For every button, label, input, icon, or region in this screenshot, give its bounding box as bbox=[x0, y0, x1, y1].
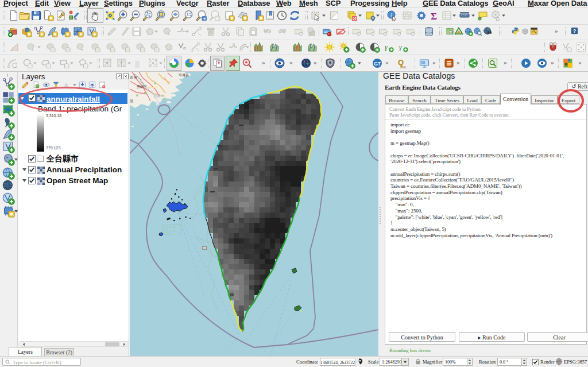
svg-text:GT: GT bbox=[374, 61, 381, 67]
svg-text:a: a bbox=[75, 17, 77, 21]
svg-text:γ: γ bbox=[399, 43, 402, 51]
svg-text:秀屿区: 秀屿区 bbox=[137, 84, 147, 89]
svg-text:hub: hub bbox=[400, 65, 407, 69]
svg-text:1:1: 1:1 bbox=[187, 12, 192, 16]
svg-text:田市: 田市 bbox=[130, 75, 138, 80]
svg-text:?: ? bbox=[573, 28, 577, 34]
svg-text:a: a bbox=[183, 45, 186, 51]
svg-text:区: 区 bbox=[130, 99, 134, 103]
svg-text:Σ: Σ bbox=[431, 11, 437, 22]
svg-text:γ: γ bbox=[385, 43, 388, 51]
svg-text:▒︎: ▒︎ bbox=[135, 60, 140, 68]
